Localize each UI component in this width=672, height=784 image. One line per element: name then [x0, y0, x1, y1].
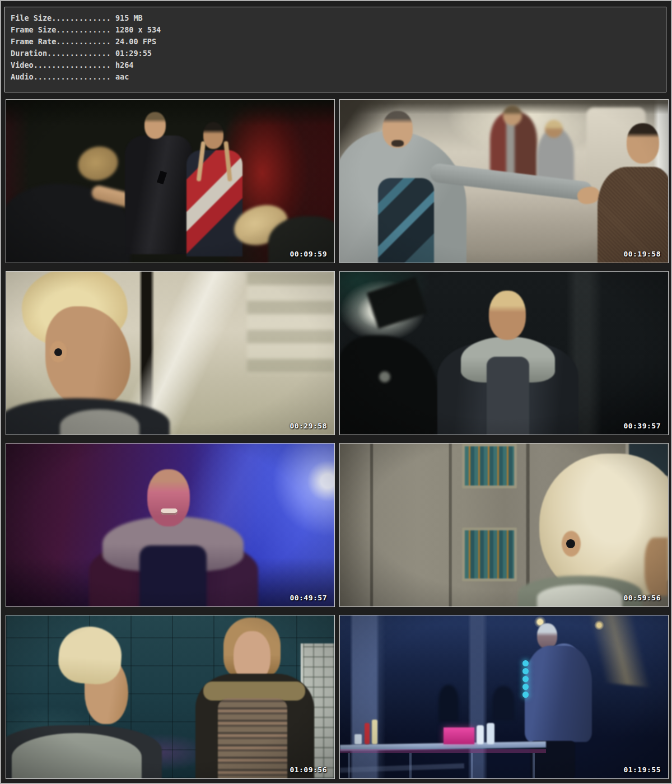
glow-dot	[522, 676, 529, 682]
info-value: 1280 x 534	[115, 25, 161, 34]
patterned-door-panel	[462, 444, 517, 488]
info-value: 01:29:55	[115, 49, 152, 58]
goatee	[391, 140, 404, 147]
blue-jacket	[525, 646, 592, 742]
info-label: Video.................	[11, 60, 111, 69]
info-line-audio: Audio.................aac	[11, 71, 666, 83]
timecode-overlay: 01:09:56	[290, 766, 327, 774]
info-label: Frame Size............	[11, 25, 111, 34]
info-line-video: Video.................h264	[11, 59, 666, 71]
water-bottle	[477, 725, 484, 744]
gray-hoodie	[12, 733, 142, 778]
grinning-face	[147, 469, 190, 526]
info-label: Duration..............	[11, 49, 111, 58]
frame-still-hallway-closeup	[340, 444, 668, 606]
blond-head	[489, 291, 526, 340]
info-line-duration: Duration..............01:29:55	[11, 48, 666, 59]
glow-dot	[522, 668, 529, 674]
screenshot-thumbnail-6: 00:59:56	[339, 443, 669, 607]
timecode-overlay: 00:29:58	[290, 422, 327, 430]
person-head	[627, 123, 659, 164]
timecode-overlay: 00:39:57	[623, 422, 661, 430]
mustard-bottle	[372, 720, 377, 744]
screenshot-thumbnail-5: 00:49:57	[6, 443, 335, 607]
blond-hair	[57, 624, 124, 686]
grin-teeth	[161, 508, 178, 515]
info-line-frame-rate: Frame Rate............24.00 FPS	[11, 36, 666, 48]
person-head	[203, 122, 223, 149]
patterned-door-panel	[462, 528, 517, 581]
timecode-overlay: 01:19:55	[623, 766, 661, 774]
ketchup-bottle	[365, 723, 370, 744]
info-label: Frame Rate............	[11, 37, 111, 46]
info-line-file-size: File Size.............915 MB	[11, 12, 666, 24]
blurred-building-windows	[247, 272, 334, 374]
glow-dot	[522, 692, 529, 698]
screenshot-thumbnail-8: 01:19:55	[339, 615, 669, 779]
person-hair	[74, 142, 122, 185]
paper-cup	[354, 734, 362, 744]
screenshot-thumbnail-7: 01:09:56	[6, 615, 335, 779]
person-face	[645, 538, 668, 596]
timecode-overlay: 00:49:57	[290, 594, 327, 602]
media-info-sheet: File Size.............915 MB Frame Size.…	[0, 0, 672, 784]
frame-still-dark-room-group	[6, 100, 334, 263]
person-silhouette	[492, 686, 515, 721]
tee-shirt	[139, 545, 207, 606]
person-head	[144, 112, 166, 139]
coat-collar	[203, 682, 305, 701]
neon-dot-column	[522, 660, 529, 698]
info-value: 915 MB	[115, 13, 143, 22]
person-silhouette	[438, 685, 459, 722]
frame-still-garage	[340, 272, 668, 435]
timecode-overlay: 00:09:59	[290, 250, 327, 258]
screenshot-thumbnail-1: 00:09:59	[6, 99, 335, 263]
hoodie-lining	[537, 585, 622, 606]
screenshot-thumbnail-4: 00:39:57	[339, 271, 669, 435]
glow-dot	[522, 660, 529, 666]
frame-still-club	[6, 444, 334, 606]
leather-jacket	[125, 136, 192, 254]
screenshot-thumbnail-2: 00:19:58	[339, 99, 669, 263]
tee-shirt	[487, 357, 529, 435]
patterned-shirt	[378, 178, 434, 263]
reflection-highlight	[379, 371, 390, 382]
frame-still-car-interior	[340, 100, 668, 263]
frame-still-profile-street	[6, 272, 334, 435]
patterned-sweater	[218, 698, 287, 778]
table-edge-glow	[340, 749, 546, 753]
info-value: aac	[115, 72, 129, 81]
info-label: File Size.............	[11, 13, 111, 22]
info-value: h264	[115, 60, 134, 69]
screenshot-grid: 00:09:59 00:19:58	[6, 99, 669, 779]
info-value: 24.00 FPS	[115, 37, 156, 46]
person-head	[545, 120, 563, 138]
light-flag	[367, 277, 428, 329]
tweed-jacket	[598, 167, 668, 263]
earbud	[54, 348, 62, 356]
screenshot-thumbnail-3: 00:29:58	[6, 271, 335, 435]
water-bottle	[487, 723, 494, 744]
frame-still-night-lot	[340, 615, 668, 778]
timecode-overlay: 00:19:58	[623, 250, 661, 258]
info-label: Audio.................	[11, 72, 111, 81]
timecode-overlay: 00:59:56	[623, 594, 661, 602]
pink-box	[444, 727, 474, 744]
glow-dot	[522, 684, 529, 690]
person-head	[503, 105, 522, 125]
earbud	[566, 539, 575, 548]
info-line-frame-size: Frame Size............1280 x 534	[11, 24, 666, 36]
motorcycle-silhouette	[340, 335, 437, 435]
frame-still-two-men	[6, 615, 334, 778]
union-jack-jacket	[186, 150, 242, 256]
file-info-panel: File Size.............915 MB Frame Size.…	[4, 7, 666, 92]
